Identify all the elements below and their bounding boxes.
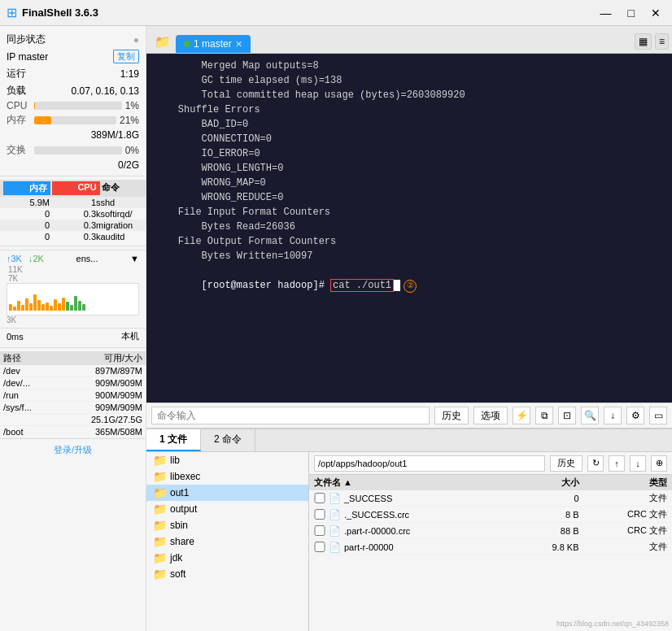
tab-commands[interactable]: 2 命令 [201,429,255,451]
terminal[interactable]: Merged Map outputs=8 GC time elapsed (ms… [146,54,672,403]
swap-label: 交换 [7,143,31,157]
terminal-line-4: BAD_ID=0 [155,117,664,132]
file-check-1[interactable] [314,509,325,520]
proc-col-mem: 内存 [3,181,50,195]
file-check-3[interactable] [314,542,325,552]
tree-item-libexec[interactable]: 📁 libexec [146,468,308,485]
file-row-0[interactable]: 📄 _SUCCESS 0 文件 [309,490,672,507]
file-table-header: 文件名 ▲ 大小 类型 [309,475,672,490]
file-check-0[interactable] [314,493,325,503]
ping-area: 0ms 本机 [0,328,146,344]
path-history-button[interactable]: 历史 [550,455,583,472]
tab-files[interactable]: 1 文件 [146,429,201,451]
tab-label: 1 master [194,38,232,50]
avail-col-header: 可用/大小 [44,352,142,364]
folder-icon-out1: 📁 [153,486,167,499]
traffic-arrows: ↑3K ↓2K [7,254,44,263]
options-button[interactable]: 选项 [473,407,508,424]
file-row-3[interactable]: 📄 part-r-00000 9.8 KB 文件 [309,539,672,555]
file-row-2[interactable]: 📄 .part-r-00000.crc 88 B CRC 文件 [309,523,672,539]
history-button[interactable]: 历史 [434,407,469,424]
tree-item-out1[interactable]: 📁 out1 [146,485,308,501]
minimize-button[interactable]: — [596,5,617,21]
refresh-button[interactable]: ↻ [587,455,604,472]
sidebar: 同步状态 ● IP master 复制 运行 1:19 负载 0.07, 0.1… [0,26,146,631]
divider-2 [0,246,146,246]
swap-detail: 0/2G [118,159,139,171]
file-check-2[interactable] [314,525,325,536]
mini-chart [7,283,139,316]
tree-item-share[interactable]: 📁 share [146,533,308,550]
maximize-button[interactable]: □ [623,5,639,21]
bar-4 [25,298,28,311]
terminal-line-12: File Output Format Counters [155,234,664,249]
ping-value: 0ms [7,332,24,342]
app-title: FinalShell 3.6.3 [22,7,596,19]
file-row-1[interactable]: 📄 ._SUCCESS.crc 8 B CRC 文件 [309,507,672,523]
tab-close-button[interactable]: ✕ [235,39,242,50]
swap-value: 0% [125,145,139,156]
file-icon-1: 📄 [329,509,341,520]
tree-item-sbin[interactable]: 📁 sbin [146,517,308,533]
screen-button[interactable]: ⊡ [558,407,576,424]
folder-icon-share: 📁 [153,535,167,548]
app-icon: ⊞ [7,5,17,20]
tree-item-jdk[interactable]: 📁 jdk [146,550,308,566]
file-icon-2: 📄 [329,525,341,537]
tree-item-soft[interactable]: 📁 soft [146,566,308,582]
terminal-line-7: WRONG_LENGTH=0 [155,161,664,176]
copy-button[interactable]: 复制 [113,50,139,63]
folder-icon-soft: 📁 [153,568,167,581]
folder-icon-sbin: 📁 [153,519,167,532]
bar-18 [82,304,85,311]
bar-3 [21,305,24,311]
path-col-header: 路径 [3,352,44,364]
path-row-2: /run 900M/909M [0,389,146,402]
file-tree: 📁 lib 📁 libexec 📁 out1 📁 output [146,452,309,631]
tree-item-lib[interactable]: 📁 lib [146,452,308,468]
download-file-button[interactable]: ↓ [630,455,646,472]
terminal-prompt-line: [root@master hadoop]# cat ./out1② [155,263,664,307]
settings-button[interactable]: ⚙ [626,407,644,424]
tree-item-output[interactable]: 📁 output [146,501,308,517]
path-table-header: 路径 可用/大小 [0,351,146,365]
terminal-line-5: CONNECTION=0 [155,132,664,146]
list-view-button[interactable]: ≡ [655,33,669,50]
mem-stat-row: 内存 21% [0,112,146,128]
running-row: 运行 1:19 [0,65,146,82]
divider-1 [0,176,146,176]
proc-row-3: 0 0.3 kauditd [0,231,146,242]
command-text: cat ./out1 [330,279,394,292]
bar-8 [41,304,45,311]
bar-6 [33,294,37,311]
path-input[interactable] [314,455,545,472]
command-input[interactable] [151,407,430,424]
traffic-header: ↑3K ↓2K ens... ▼ [7,254,139,263]
new-folder-button[interactable]: ⊕ [651,455,667,472]
running-value: 1:19 [120,68,139,80]
sync-status-label: 同步状态 [7,33,46,46]
close-button[interactable]: ✕ [646,5,665,21]
grid-view-button[interactable]: ▦ [635,33,652,50]
bar-5 [29,303,33,311]
sync-status-row: 同步状态 ● [0,31,146,48]
upload-button[interactable]: ↑ [609,455,625,472]
swap-stat-row: 交换 0% [0,142,146,158]
bar-7 [37,300,41,311]
folder-icon[interactable]: 📁 [150,31,176,53]
net-expand-icon[interactable]: ▼ [130,254,139,263]
proc-row-0: 5.9M 1 sshd [0,197,146,208]
terminal-line-11: Bytes Read=26036 [155,220,664,234]
net-interface: ens... [76,254,98,263]
terminal-line-2: Total committed heap usage (bytes)=26030… [155,88,664,102]
login-upgrade-button[interactable]: 登录/升级 [0,438,146,461]
copy-icon-button[interactable]: ⧉ [535,407,553,424]
fullscreen-button[interactable]: ▭ [649,407,667,424]
download-button[interactable]: ↓ [604,407,622,424]
tab-master[interactable]: 1 master ✕ [176,35,251,53]
search-button[interactable]: 🔍 [581,407,599,424]
path-table: 路径 可用/大小 /dev 897M/897M /dev/... 909M/90… [0,351,146,438]
path-row-3: /sys/f... 909M/909M [0,402,146,414]
lightning-button[interactable]: ⚡ [513,407,530,424]
chart-scale-top: 11K [8,265,23,274]
